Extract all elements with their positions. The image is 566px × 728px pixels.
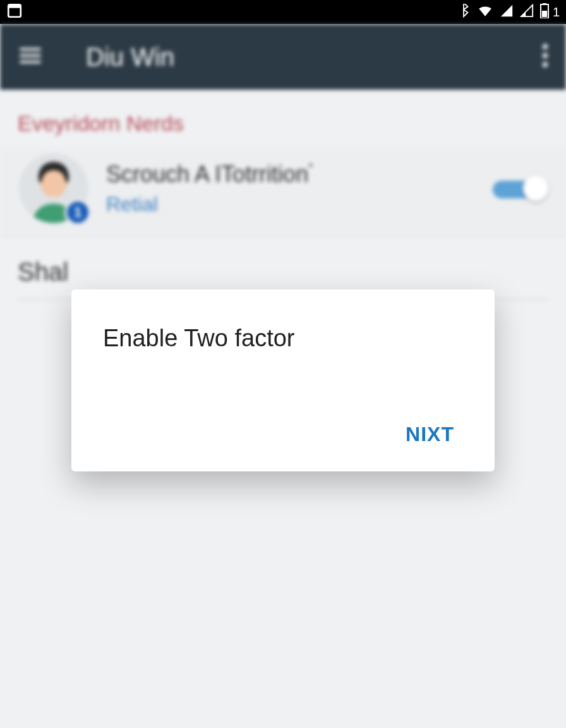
signal-icon — [500, 4, 514, 20]
dialog-scrim: Enable Two factor NIXT — [0, 24, 566, 728]
svg-rect-1 — [8, 4, 21, 8]
battery-number: 1 — [553, 5, 560, 20]
battery-icon — [540, 3, 549, 21]
bluetooth-icon — [457, 4, 471, 20]
svg-rect-4 — [542, 11, 547, 17]
status-bar: 1 — [0, 0, 566, 24]
svg-rect-3 — [543, 3, 546, 5]
signal-weak-icon — [520, 4, 534, 20]
recent-apps-icon — [6, 3, 23, 21]
next-button[interactable]: NIXT — [390, 415, 469, 454]
dialog: Enable Two factor NIXT — [71, 289, 495, 471]
wifi-icon — [477, 3, 493, 21]
dialog-title: Enable Two factor — [103, 325, 469, 352]
